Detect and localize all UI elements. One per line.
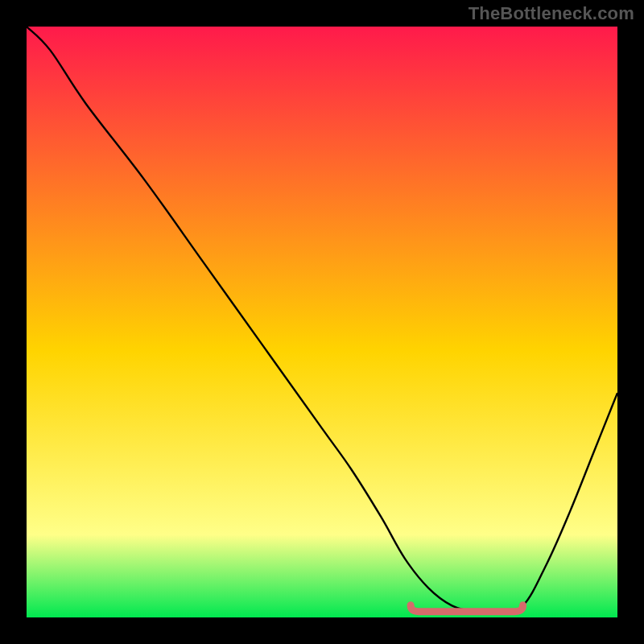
chart-frame: TheBottleneck.com <box>0 0 644 644</box>
chart-svg <box>27 27 617 617</box>
chart-plot-area <box>27 27 617 617</box>
gradient-background <box>27 27 617 617</box>
watermark-text: TheBottleneck.com <box>469 3 634 24</box>
